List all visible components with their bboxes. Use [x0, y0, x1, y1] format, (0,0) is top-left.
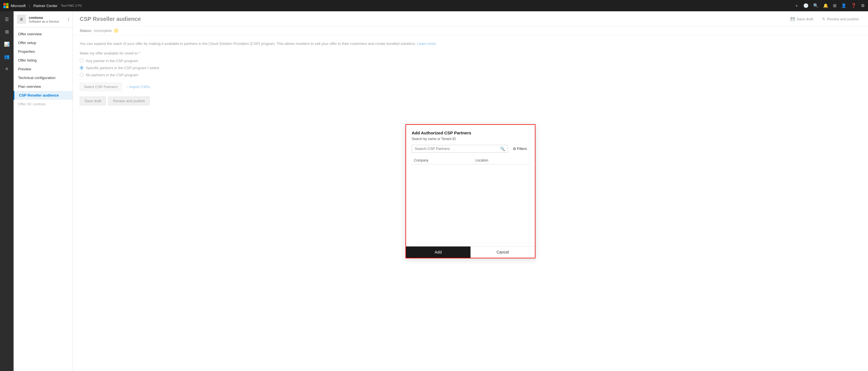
brand-logo: Microsoft | Partner Center Test PMC 2 PC	[3, 3, 82, 8]
cancel-button[interactable]: Cancel	[470, 246, 535, 258]
column-company: Company	[412, 157, 473, 164]
nav-home-icon[interactable]: ☰	[1, 13, 12, 25]
company-icon: 🖥	[17, 15, 26, 24]
company-name: contoso	[29, 15, 59, 20]
brand-name: Microsoft	[11, 4, 26, 8]
help-icon[interactable]: ❓	[851, 3, 857, 8]
svg-rect-2	[3, 6, 6, 8]
company-subtitle: Software as a Service	[29, 20, 59, 23]
search-icon[interactable]: 🔍	[813, 3, 818, 8]
table-header: Company Location	[412, 157, 529, 164]
sidebar-nav: Offer overview Offer setup Properties Of…	[13, 27, 73, 111]
search-csp-input[interactable]	[415, 146, 500, 151]
modal-title: Add Authorized CSP Partners	[412, 130, 529, 135]
table-empty-row	[412, 164, 529, 243]
modal-footer: Add Cancel	[406, 246, 535, 258]
sidebar-item-preview[interactable]: Preview	[13, 65, 73, 73]
sidebar-item-plan-overview[interactable]: Plan overview	[13, 82, 73, 91]
search-row: 🔍 ⧉ Filters	[412, 145, 529, 153]
filter-icon: ⧉	[513, 146, 516, 151]
svg-rect-0	[3, 3, 6, 6]
filters-button[interactable]: ⧉ Filters	[511, 145, 529, 152]
modal-subtitle: Search by name or Tenant ID	[412, 137, 529, 141]
plus-icon[interactable]: ＋	[795, 3, 799, 8]
svg-rect-3	[6, 6, 9, 8]
sidebar-item-csp-reseller-audience[interactable]: CSP Reseller audience	[13, 91, 73, 100]
topbar: Microsoft | Partner Center Test PMC 2 PC…	[0, 0, 868, 11]
sidebar-item-offer-listing[interactable]: Offer listing	[13, 56, 73, 65]
user-icon[interactable]: 👤	[841, 3, 846, 8]
table-empty-cell	[412, 164, 529, 243]
add-csp-partners-modal: Add Authorized CSP Partners Search by na…	[405, 124, 535, 258]
svg-rect-1	[6, 3, 9, 6]
bell-icon[interactable]: 🔔	[823, 3, 829, 8]
search-submit-icon[interactable]: 🔍	[500, 146, 505, 151]
nav-chart-icon[interactable]: 📊	[1, 38, 12, 50]
environment-label: Test PMC 2 PC	[61, 4, 82, 7]
clock-icon[interactable]: 🕐	[803, 3, 809, 8]
grid-icon[interactable]: ⊞	[833, 3, 837, 8]
sidebar-toggle-icon[interactable]: ⟨	[68, 17, 69, 22]
column-location: Location	[473, 157, 529, 164]
sidebar-item-properties[interactable]: Properties	[13, 47, 73, 56]
nav-dashboard-icon[interactable]: ⊞	[1, 26, 12, 37]
sidebar-company-info: contoso Software as a Service	[29, 15, 59, 23]
search-input-wrap: 🔍	[412, 145, 508, 153]
add-button[interactable]: Add	[406, 246, 470, 258]
sidebar: 🖥 contoso Software as a Service ⟨ Offer …	[13, 11, 73, 371]
product-name: Partner Center	[33, 4, 57, 8]
sidebar-item-technical-configuration[interactable]: Technical configuration	[13, 73, 73, 82]
nav-users-icon[interactable]: 👥	[1, 51, 12, 62]
microsoft-icon	[3, 3, 8, 8]
topbar-divider: |	[29, 4, 30, 8]
left-nav: ☰ ⊞ 📊 👥 ≡	[0, 11, 13, 371]
sidebar-item-offer-overview[interactable]: Offer overview	[13, 30, 73, 38]
sidebar-item-offer-id: Offer ID: contoso	[13, 100, 73, 108]
sidebar-header: 🖥 contoso Software as a Service ⟨	[13, 11, 73, 27]
modal-overlay: Add Authorized CSP Partners Search by na…	[73, 11, 868, 371]
csp-partners-table: Company Location	[412, 157, 529, 243]
settings-icon[interactable]: ⚙	[861, 3, 865, 8]
topbar-icons: ＋ 🕐 🔍 🔔 ⊞ 👤 ❓ ⚙	[795, 3, 865, 8]
modal-body: Add Authorized CSP Partners Search by na…	[406, 125, 535, 243]
sidebar-item-offer-setup[interactable]: Offer setup	[13, 38, 73, 47]
nav-menu-icon[interactable]: ≡	[1, 63, 12, 74]
table-body	[412, 164, 529, 243]
